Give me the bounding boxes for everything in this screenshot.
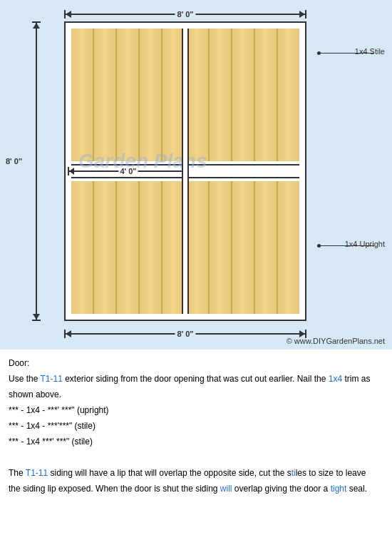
door-panel-top-right xyxy=(187,29,299,161)
dim-bottom-label: 8' 0" xyxy=(175,330,195,338)
dim-middle-label: 4' 0" xyxy=(118,167,138,175)
part-line2: *** - 1x4 - ***'***" (stile) xyxy=(9,419,383,432)
blank-line xyxy=(9,451,383,464)
instructions-line1: Use the T1-11 exterior siding from the d… xyxy=(9,372,383,385)
door-label: Door: xyxy=(9,357,383,370)
copyright: © www.DIYGardenPlans.net xyxy=(287,337,385,345)
para2-line2: the siding lip exposed. When the door is… xyxy=(9,482,383,495)
instructions-line2: shown above. xyxy=(9,388,383,401)
door-panel-bottom-right xyxy=(187,181,299,314)
door-panel-top-left xyxy=(71,29,184,161)
upright-label: 1x4 Upright xyxy=(345,240,385,248)
dim-left xyxy=(32,21,41,321)
dim-middle: 4' 0" xyxy=(68,167,189,175)
text-section: Door: Use the T1-11 exterior siding from… xyxy=(0,350,392,505)
stile-divider xyxy=(182,29,189,314)
stile-label: 1x4 Stile xyxy=(355,47,385,56)
para2-line1: The T1-11 siding will have a lip that wi… xyxy=(9,467,383,479)
dim-top-label: 8' 0" xyxy=(175,10,195,19)
part-line1: *** - 1x4 - ***' ***" (upright) xyxy=(9,404,383,417)
diagram-section: 8' 0" 8' 0" xyxy=(0,0,392,350)
dim-top: 8' 0" xyxy=(64,10,306,19)
door-panel-bottom-left xyxy=(71,181,184,314)
dim-bottom: 8' 0" xyxy=(64,330,306,338)
dim-left-label: 8' 0" xyxy=(4,156,24,167)
part-line3: *** - 1x4 ***' ***" (stile) xyxy=(9,435,383,448)
